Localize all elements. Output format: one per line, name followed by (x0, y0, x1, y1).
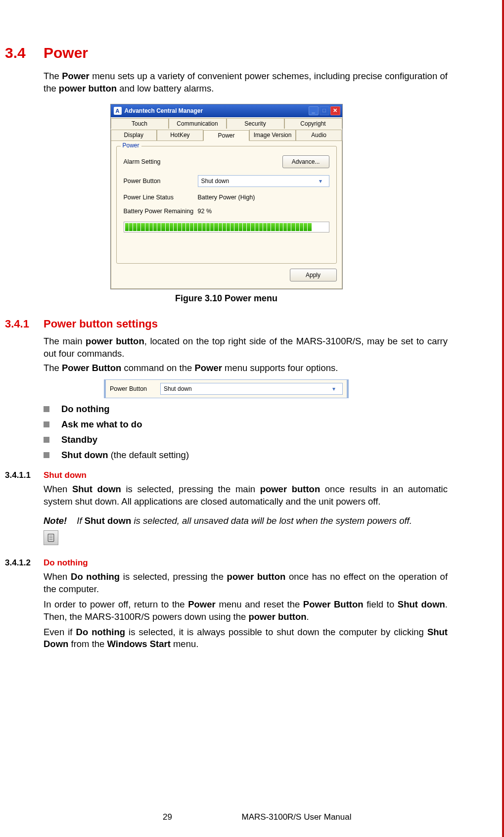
progress-segment (283, 223, 287, 231)
text-fragment: from the (68, 639, 107, 649)
bold-term: power button (59, 83, 117, 93)
maximize-button[interactable]: □ (320, 106, 329, 115)
square-bullet-icon (44, 421, 49, 427)
progress-segment (214, 223, 218, 231)
list-item: Ask me what to do (44, 418, 448, 431)
subsub-heading: 3.4.1.2 Do nothing (5, 558, 448, 568)
progress-segment (279, 223, 283, 231)
progress-segment (166, 223, 169, 231)
subsub-heading: 3.4.1.1 Shut down (5, 470, 448, 480)
close-icon: ✕ (333, 108, 337, 113)
dropdown-value: Shut down (201, 178, 229, 185)
progress-segment (316, 223, 320, 231)
progress-segment (178, 223, 181, 231)
progress-segment (271, 223, 275, 231)
progress-segment (296, 223, 299, 231)
tab-security[interactable]: Security (227, 118, 284, 129)
subsection-p2: The Power Button command on the Power me… (44, 362, 448, 374)
subsub-title: Shut down (44, 470, 87, 480)
subsub-number: 3.4.1.2 (5, 558, 44, 568)
bold-term: Do nothing (76, 627, 126, 637)
chevron-down-icon: ▾ (332, 385, 339, 392)
section-heading: 3.4 Power (5, 45, 448, 61)
progress-segment (275, 223, 279, 231)
dropdown-value: Shut down (164, 385, 192, 392)
bold-term: Power Button (303, 599, 364, 609)
mini-field-dropdown[interactable]: Shut down ▾ (160, 383, 343, 395)
sub2-p3: Even if Do nothing is selected, it is al… (44, 626, 448, 651)
section-number: 3.4 (5, 45, 44, 61)
dialog-title-text: Advantech Central Manager (125, 107, 203, 114)
text-fragment: When (44, 571, 71, 582)
progress-segment (219, 223, 222, 231)
power-line-row: Power Line Status Battery Power (High) (124, 194, 329, 201)
option-shut-down: Shut down (the default setting) (61, 449, 189, 462)
tab-communication[interactable]: Communication (169, 118, 227, 129)
option-standby: Standby (61, 434, 97, 446)
tab-image-version[interactable]: Image Version (249, 130, 296, 140)
power-button-dropdown[interactable]: Shut down ▾ (198, 175, 329, 187)
power-button-row: Power Button Shut down ▾ (124, 175, 329, 187)
progress-segment (239, 223, 242, 231)
square-bullet-icon (44, 406, 49, 412)
progress-segment (141, 223, 144, 231)
dialog-title-left: A Advantech Central Manager (113, 107, 203, 115)
tab-audio[interactable]: Audio (296, 130, 342, 140)
progress-segment (198, 223, 201, 231)
apply-button[interactable]: Apply (290, 269, 337, 281)
text-fragment: is selected, pressing the main (121, 484, 260, 494)
text-fragment: If (77, 515, 84, 526)
text-fragment: Even if (44, 627, 76, 637)
text-fragment: and low battery alarms. (117, 83, 214, 93)
progress-segment (227, 223, 230, 231)
tab-touch[interactable]: Touch (111, 118, 169, 129)
apply-row: Apply (116, 269, 337, 281)
progress-segment (291, 223, 295, 231)
document-title: MARS-3100R/S User Manual (241, 812, 351, 822)
text-fragment: is selected, all unsaved data will be lo… (131, 515, 412, 526)
bold-term: Shut down (398, 599, 445, 609)
tab-copyright[interactable]: Copyright (284, 118, 342, 129)
bold-term: Power (194, 363, 222, 373)
note-text: If Shut down is selected, all unsaved da… (77, 515, 448, 545)
progress-segment (153, 223, 157, 231)
minimize-icon: _ (312, 108, 315, 113)
progress-segment (137, 223, 140, 231)
progress-segment (161, 223, 165, 231)
note-icon (44, 530, 58, 545)
text-fragment: When (44, 484, 72, 494)
progress-segment (206, 223, 210, 231)
text-fragment: menu and reset the (216, 599, 303, 609)
tab-power[interactable]: Power (203, 130, 250, 141)
minimize-button[interactable]: _ (309, 106, 319, 115)
bold-term: Windows Start (107, 639, 171, 649)
sub2-p1: When Do nothing is selected, pressing th… (44, 571, 448, 596)
bold-term: Power (62, 71, 90, 81)
progress-segment (230, 223, 234, 231)
tab-display[interactable]: Display (111, 130, 157, 140)
bold-term: Shut down (85, 515, 132, 526)
progress-segment (133, 223, 137, 231)
options-list: Do nothing Ask me what to do Standby Shu… (44, 403, 448, 462)
subsection-p1: The main power button, located on the to… (44, 335, 448, 360)
mini-field-label: Power Button (110, 385, 154, 392)
advance-button[interactable]: Advance... (282, 155, 329, 168)
sub1-body: When Shut down is selected, pressing the… (44, 483, 448, 508)
progress-segment (125, 223, 129, 231)
progress-segment (129, 223, 133, 231)
bold-term: Power (188, 599, 216, 609)
chevron-down-icon: ▾ (319, 178, 326, 185)
tab-hotkey[interactable]: HotKey (157, 130, 203, 140)
close-button[interactable]: ✕ (330, 106, 340, 115)
progress-segment (210, 223, 214, 231)
power-button-mini-field: Power Button Shut down ▾ (104, 379, 349, 398)
bold-term: Do nothing (71, 571, 120, 582)
clipboard-icon (46, 533, 56, 543)
progress-segment (308, 223, 311, 231)
page-number: 29 (152, 812, 182, 822)
text-fragment: The main (44, 336, 86, 346)
progress-segment (243, 223, 246, 231)
subsection-title: Power button settings (44, 318, 158, 330)
text-fragment: In order to power off, return to the (44, 599, 188, 609)
app-logo-icon: A (114, 107, 122, 115)
